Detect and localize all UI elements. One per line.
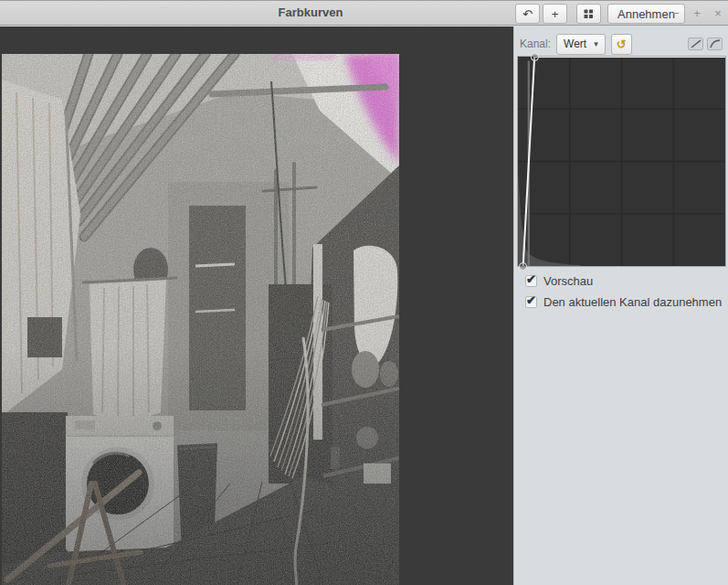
curve-control-point[interactable]: [519, 262, 527, 271]
reset-icon: ↺: [617, 37, 627, 51]
plus-icon: +: [552, 7, 559, 21]
curve-grid: [518, 57, 725, 266]
histogram: [518, 61, 580, 266]
channel-row: Kanal: Wert ▾ ↺: [520, 33, 723, 55]
checkbox-add-current-channel[interactable]: ✔ Den aktuellen Kanal dazunehmen: [525, 295, 722, 309]
check-icon: ✔: [526, 293, 536, 307]
window-controls: − + ×: [670, 1, 723, 26]
farbkurven-dialog: Farbkurven ↶ + Annehmen − + ×: [0, 0, 728, 585]
titlebar-actions: ↶ + Annehmen: [515, 4, 685, 24]
reset-channel-button[interactable]: ↺: [611, 34, 632, 55]
curve-editor[interactable]: [518, 57, 725, 266]
grid-view-button[interactable]: [576, 4, 601, 24]
undo-button[interactable]: ↶: [515, 4, 540, 24]
undo-icon: ↶: [522, 7, 533, 21]
curve-control-point[interactable]: [531, 53, 539, 61]
maximize-button[interactable]: +: [691, 6, 702, 20]
chevron-down-icon: ▾: [594, 39, 598, 48]
histogram-linear-button[interactable]: [688, 37, 703, 50]
channel-label: Kanal:: [520, 37, 551, 50]
titlebar[interactable]: Farbkurven ↶ + Annehmen − + ×: [0, 0, 728, 26]
histogram-log-button[interactable]: [707, 37, 723, 50]
checkbox-vorschau[interactable]: ✔ Vorschau: [525, 274, 593, 288]
add-preset-button[interactable]: +: [543, 4, 567, 24]
channel-select[interactable]: Wert ▾: [556, 34, 606, 55]
checkbox-box: ✔: [525, 296, 537, 308]
check-icon: ✔: [526, 272, 536, 286]
minimize-button[interactable]: −: [670, 6, 681, 20]
checkbox-box: ✔: [525, 275, 537, 287]
channel-value: Wert: [564, 37, 586, 50]
photo-preview: [2, 54, 399, 585]
linear-histogram-icon: [691, 39, 702, 48]
image-canvas[interactable]: [0, 27, 513, 585]
log-histogram-icon: [710, 39, 721, 48]
curves-panel: Kanal: Wert ▾ ↺: [513, 27, 728, 585]
grid-icon: [584, 9, 594, 19]
grain-dark: [2, 54, 399, 585]
histogram-scale-buttons: [688, 37, 723, 50]
checkbox-label: Vorschau: [543, 274, 593, 288]
close-button[interactable]: ×: [712, 6, 723, 20]
checkbox-label: Den aktuellen Kanal dazunehmen: [543, 295, 722, 309]
